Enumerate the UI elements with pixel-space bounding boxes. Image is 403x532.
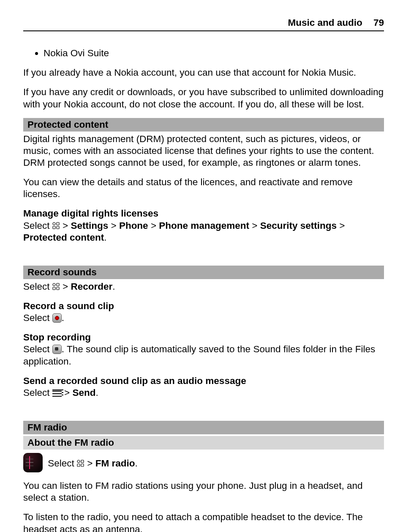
- subheading-send-clip: Send a recorded sound clip as an audio m…: [23, 375, 384, 387]
- svg-rect-6: [53, 287, 55, 290]
- text-select: Select: [23, 387, 52, 398]
- svg-rect-4: [53, 283, 55, 286]
- text-select: Select: [23, 281, 52, 292]
- paragraph-drm-licenses: You can view the details and status of t…: [23, 176, 384, 200]
- period: .: [112, 281, 115, 292]
- period: .: [135, 458, 137, 469]
- section-fm-radio: FM radio: [23, 421, 384, 434]
- sep: >: [108, 220, 119, 231]
- paragraph-fm-headset: To listen to the radio, you need to atta…: [23, 511, 384, 532]
- section-record-sounds: Record sounds: [23, 266, 384, 279]
- nav-settings: Settings: [71, 220, 108, 231]
- record-icon: [52, 313, 62, 323]
- stop-icon: [52, 345, 62, 354]
- sep: >: [62, 387, 73, 398]
- nav-recorder: Recorder: [71, 281, 112, 292]
- document-page: Music and audio 79 Nokia Ovi Suite If yo…: [0, 0, 403, 532]
- page-header: Music and audio 79: [23, 17, 384, 31]
- apps-grid-icon: [52, 282, 60, 289]
- svg-rect-11: [81, 464, 84, 466]
- period: .: [95, 387, 98, 398]
- apps-grid-icon: [52, 221, 60, 228]
- nav-protected-content: Protected content: [23, 232, 104, 243]
- svg-rect-0: [53, 222, 55, 225]
- fm-radio-app-icon: [23, 453, 43, 472]
- nav-send: Send: [72, 387, 95, 398]
- page-number: 79: [373, 17, 384, 28]
- sep: >: [84, 458, 95, 469]
- sep: >: [60, 220, 71, 231]
- paragraph-fm-listen: You can listen to FM radio stations usin…: [23, 480, 384, 504]
- instruction-send-clip: Select > Send.: [23, 387, 384, 399]
- svg-rect-1: [57, 222, 59, 225]
- apps-grid-icon: [77, 458, 84, 466]
- paragraph-drm-intro: Digital rights management (DRM) protecte…: [23, 133, 384, 169]
- svg-rect-10: [77, 464, 80, 466]
- menu-icon: [52, 389, 62, 397]
- sep: >: [337, 220, 345, 231]
- nav-phone-management: Phone management: [159, 220, 249, 231]
- text-select: Select: [23, 220, 52, 231]
- text-select: Select: [23, 313, 52, 323]
- instruction-stop-recording: Select . The sound clip is automatically…: [23, 343, 384, 367]
- nav-path-recorder: Select > Recorder.: [23, 281, 384, 293]
- svg-rect-3: [57, 226, 59, 229]
- svg-rect-8: [77, 460, 80, 463]
- section-protected-content: Protected content: [23, 118, 384, 132]
- svg-rect-5: [57, 283, 59, 286]
- nav-phone: Phone: [119, 220, 148, 231]
- subheading-manage-licenses: Manage digital rights licenses: [23, 208, 384, 219]
- subheading-stop-recording: Stop recording: [23, 332, 384, 343]
- nav-path-fm-radio: Select > FM radio.: [23, 453, 384, 472]
- text-select: Select: [23, 344, 52, 354]
- nav-path-protected: Select > Settings > Phone > Phone manage…: [23, 220, 384, 244]
- svg-rect-7: [57, 287, 59, 290]
- sep: >: [148, 220, 159, 231]
- list-item: Nokia Ovi Suite: [44, 47, 384, 59]
- sep: >: [249, 220, 260, 231]
- period: .: [104, 232, 106, 243]
- sep: >: [60, 281, 71, 292]
- paragraph-account: If you already have a Nokia account, you…: [23, 67, 384, 79]
- bullet-list: Nokia Ovi Suite: [23, 47, 384, 59]
- paragraph-credit: If you have any credit or downloads, or …: [23, 86, 384, 110]
- text-stop-rest: . The sound clip is automatically saved …: [23, 344, 375, 366]
- subheading-record-clip: Record a sound clip: [23, 300, 384, 312]
- nav-security-settings: Security settings: [260, 220, 337, 231]
- period: .: [62, 313, 64, 323]
- svg-rect-2: [53, 226, 55, 229]
- nav-fm-radio: FM radio: [95, 458, 135, 469]
- header-title: Music and audio: [288, 17, 362, 28]
- instruction-record-clip: Select .: [23, 312, 384, 324]
- svg-rect-9: [81, 460, 84, 463]
- text-select: Select: [48, 458, 77, 469]
- section-about-fm-radio: About the FM radio: [23, 436, 384, 450]
